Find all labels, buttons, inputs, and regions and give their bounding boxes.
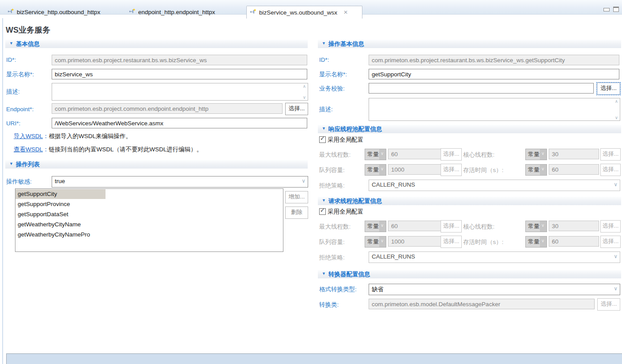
list-item[interactable]: getSupportDataSet [15,209,283,219]
response-core-threads-field [549,149,599,159]
dropdown-chevron-icon: ∨ [540,165,547,175]
service-editor-icon [250,9,256,16]
collapsed-bottom-panel[interactable] [6,353,622,364]
request-global-config-label: 采用全局配置 [328,208,363,216]
operation-sensitive-label: 操作敏感: [6,178,32,186]
scroll-up-icon[interactable]: ∧ [615,99,618,104]
import-wsdl-row: 导入WSDL：根据导入的WSDL来编辑操作。 [14,132,132,140]
list-item[interactable]: getSupportProvince [15,199,283,209]
validation-choose-button[interactable]: 选择... [597,83,620,95]
request-max-threads-field [388,221,443,231]
operation-sensitive-dropdown[interactable]: true ∨ [52,176,308,188]
section-title: 请求线程池配置信息 [328,197,382,205]
import-wsdl-link[interactable]: 导入WSDL [14,133,43,139]
response-reject-policy-dropdown: CALLER_RUNS ∨ [369,180,620,191]
service-editor-icon [129,8,136,15]
check-icon: ✓ [320,207,325,214]
section-title: 转换器配置信息 [328,270,370,278]
tab-endpoint-http[interactable]: endpoint_http.endpoint_httpx [126,6,238,18]
scroll-down-icon[interactable]: ∨ [615,115,618,120]
core-threads-label: 核心线程数: [463,151,494,159]
op-display-name-field[interactable] [369,69,619,79]
request-keep-alive-const-combo: 常量∨ [525,236,547,248]
endpoint-label: Endpoint*: [6,106,34,113]
section-collapse-icon[interactable]: ▼ [9,41,13,45]
operations-listbox[interactable]: getSupportCity getSupportProvince getSup… [15,188,283,252]
id-field [52,55,307,65]
format-type-dropdown[interactable]: 缺省 ∨ [369,284,620,295]
request-core-threads-choose-button: 选择... [600,220,621,233]
display-name-field[interactable] [52,69,307,79]
response-global-config-checkbox[interactable]: ✓ [319,136,326,143]
list-item-selected[interactable]: getSupportCity [15,189,283,199]
response-max-threads-choose-button: 选择... [441,148,462,161]
dropdown-chevron-icon: ∨ [379,236,386,247]
dropdown-chevron-icon: ∨ [614,253,618,259]
section-collapse-icon[interactable]: ▼ [322,271,326,276]
reject-policy-label: 拒绝策略: [319,182,345,190]
close-icon[interactable]: ✕ [343,9,348,15]
response-queue-field [388,164,443,175]
section-operation-basic-info[interactable]: ▼ 操作基本信息 [318,40,621,48]
section-request-pool[interactable]: ▼ 请求线程池配置信息 [318,197,621,205]
list-item[interactable]: getWeatherbyCityNamePro [15,229,283,240]
id-label: ID*: [6,56,16,63]
description-textarea[interactable]: ∧ ∨ [52,83,308,101]
dropdown-chevron-icon: ∨ [540,236,547,247]
section-collapse-icon[interactable]: ▼ [322,198,326,203]
section-operation-list[interactable]: ▼ 操作列表 [5,160,308,169]
page-title: WS业务服务 [6,25,50,35]
validation-label: 业务校验: [319,85,345,93]
section-collapse-icon[interactable]: ▼ [322,126,326,131]
tab-bizService-ws-active[interactable]: bizService_ws.outbound_wsx ✕ [246,6,362,19]
request-keep-alive-choose-button: 选择... [600,236,621,248]
uri-field[interactable] [52,118,307,128]
scroll-up-icon[interactable]: ∧ [303,84,306,89]
section-basic-info[interactable]: ▼ 基本信息 [5,40,308,48]
request-core-threads-const-combo: 常量∨ [525,221,547,232]
queue-capacity-label: 队列容量: [319,238,345,246]
add-operation-button[interactable]: 增加... [285,191,308,203]
converter-class-label: 转换类: [319,301,339,309]
minimize-view-button[interactable] [603,8,610,11]
request-queue-const-combo: 常量∨ [365,236,386,248]
tab-label: bizService_ws.outbound_wsx [259,9,337,16]
endpoint-choose-button[interactable]: 选择... [285,103,308,115]
request-max-threads-const-combo: 常量∨ [365,221,386,232]
delete-operation-button[interactable]: 删除 [285,206,308,219]
maximize-view-button[interactable] [613,7,619,12]
dropdown-chevron-icon: ∨ [379,165,386,175]
section-title: 响应线程池配置信息 [328,125,382,133]
op-id-field [369,55,619,65]
list-item[interactable]: getWeatherbyCityName [15,219,283,229]
request-reject-policy-dropdown: CALLER_RUNS ∨ [369,251,620,263]
section-response-pool[interactable]: ▼ 响应线程池配置信息 [318,125,621,133]
response-queue-choose-button: 选择... [441,164,462,176]
view-wsdl-link[interactable]: 查看WSDL [14,146,43,153]
request-queue-choose-button: 选择... [441,236,462,248]
request-queue-field [388,236,443,247]
section-collapse-icon[interactable]: ▼ [322,41,326,45]
validation-field[interactable] [369,83,594,94]
uri-label: URI*: [6,120,20,127]
keep-alive-label: 存活时间（s）: [463,166,504,174]
dropdown-chevron-icon: ∨ [540,149,547,160]
queue-capacity-label: 队列容量: [319,166,345,174]
view-wsdl-text: 链接到当前的内置WSDL（请不要对此WSDL进行编辑）。 [49,146,203,153]
section-converter-config[interactable]: ▼ 转换器配置信息 [318,270,621,278]
description-label: 描述: [6,88,20,96]
op-description-textarea[interactable]: ∧ ∨ [369,98,620,121]
reject-policy-label: 拒绝策略: [319,254,345,262]
tab-bizService-http[interactable]: bizService_http.outbound_httpx [4,6,120,18]
response-global-config-label: 采用全局配置 [328,136,363,144]
tab-label: endpoint_http.endpoint_httpx [138,9,215,15]
converter-class-choose-button: 选择... [597,298,620,311]
request-global-config-checkbox[interactable]: ✓ [319,208,326,215]
section-collapse-icon[interactable]: ▼ [9,161,13,166]
section-title: 操作列表 [16,161,40,169]
converter-class-field [369,299,595,309]
scroll-down-icon[interactable]: ∨ [303,95,306,100]
max-threads-label: 最大线程数: [319,223,351,231]
import-wsdl-text: 根据导入的WSDL来编辑操作。 [49,133,132,139]
service-editor-icon [8,8,14,15]
